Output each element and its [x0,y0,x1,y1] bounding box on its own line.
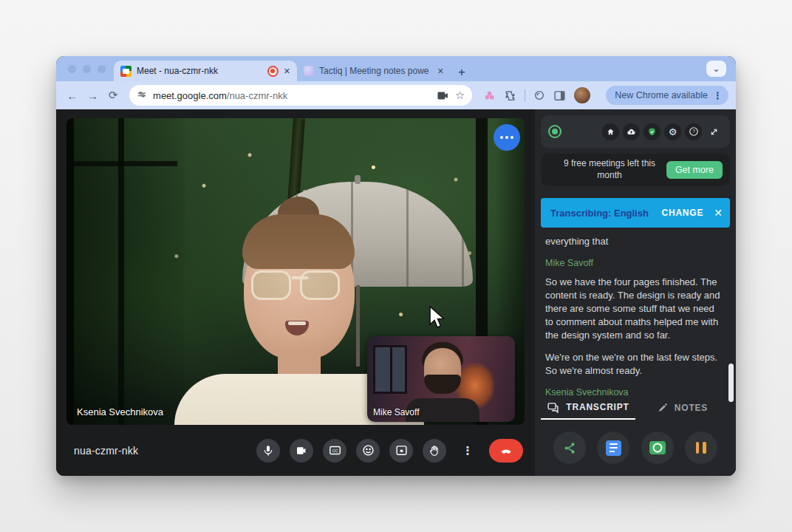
transcript-list[interactable]: everything that Mike Savoff So we have t… [541,228,730,396]
toolbar-divider [525,89,525,101]
window-traffic-lights[interactable] [68,65,106,73]
pencil-icon [658,403,668,413]
settings-gear-icon[interactable]: ⚙ [664,123,681,140]
address-bar[interactable]: meet.google.com/nua-czmr-nkk ☆ [129,85,472,106]
panel-tabs: TRANSCRIPT NOTES [541,396,730,420]
door-frame [66,161,177,166]
side-panel-icon[interactable] [553,89,566,102]
change-language-button[interactable]: CHANGE [661,208,703,218]
bookmark-star-icon[interactable]: ☆ [455,89,465,102]
tactiq-extension-icon[interactable] [483,89,496,102]
more-options-button[interactable]: ⋮ [456,439,479,463]
browser-menu-icon[interactable]: ⋮ [713,90,723,101]
pause-icon [696,442,706,454]
meet-favicon-icon [120,66,132,77]
tactiq-header: ⚙ ? [541,115,730,148]
tab-transcript[interactable]: TRANSCRIPT [541,396,635,420]
share-icon [563,441,577,455]
transcribing-label: Transcribing: English [550,208,649,219]
camera-icon [649,441,666,454]
screenshot-button[interactable] [641,432,674,464]
panel-actions [535,420,736,476]
chat-notification-badge[interactable] [494,124,520,151]
detach-panel-icon[interactable] [706,123,723,140]
meeting-code: nua-czmr-nkk [74,445,138,457]
browser-toolbar: ← → ⟳ meet.google.com/nua-czmr-nkk ☆ New… [56,81,736,109]
home-icon[interactable] [602,123,619,140]
tactiq-panel: ⚙ ? 9 free meetings left this month Get … [535,109,736,476]
participant-name-label: Ksenia Svechnikova [77,406,163,417]
present-screen-button[interactable] [389,439,413,463]
tab-transcript-label: TRANSCRIPT [566,402,629,412]
reload-button[interactable]: ⟳ [104,89,122,102]
close-tab-icon[interactable]: ✕ [284,66,290,76]
reactions-button[interactable] [356,439,380,463]
google-docs-icon [606,440,621,456]
close-banner-icon[interactable]: ✕ [714,207,723,219]
tab-tactiq[interactable]: Tactiq | Meeting notes powe ✕ [297,61,451,81]
svg-text:CC: CC [332,449,338,453]
help-icon[interactable]: ? [685,123,702,140]
transcript-speaker: Ksenia Svechnikova [545,386,723,396]
end-call-button[interactable] [489,439,523,463]
mouse-cursor [427,305,446,330]
tab-title: Tactiq | Meeting notes powe [319,66,432,76]
camera-button[interactable] [290,439,313,463]
get-more-button[interactable]: Get more [666,161,723,179]
window [373,345,407,394]
quota-card: 9 free meetings left this month Get more [541,154,730,186]
tab-strip: Meet - nua-czmr-nkk ✕ Tactiq | Meeting n… [56,56,736,81]
tab-search-chevron-icon[interactable]: ⌄ [706,61,726,77]
browser-window: Meet - nua-czmr-nkk ✕ Tactiq | Meeting n… [56,56,736,476]
main-video-tile[interactable]: Ksenia Svechnikova Mike Savoff [66,118,525,425]
scrollbar-thumb[interactable] [728,364,734,402]
pause-transcription-button[interactable] [685,432,717,464]
forward-button[interactable]: → [84,89,102,102]
back-button[interactable]: ← [64,89,81,102]
chrome-update-chip[interactable]: New Chrome available ⋮ [606,86,728,105]
tactiq-favicon-icon [304,66,314,76]
extensions-row: New Chrome available ⋮ [483,86,728,105]
site-settings-icon[interactable] [137,90,147,100]
quota-text: 9 free meetings left this month [559,158,660,181]
tactiq-recording-icon [548,125,561,138]
tab-notes-label: NOTES [675,403,708,413]
transcript-speaker: Mike Savoff [545,257,723,270]
captions-button[interactable]: CC [323,439,346,463]
chrome-update-label: New Chrome available [615,90,708,100]
tab-meet[interactable]: Meet - nua-czmr-nkk ✕ [114,61,297,81]
transcript-line: So we have the four pages finished. The … [545,276,723,342]
participant-name-label: Mike Savoff [373,407,419,417]
camera-in-use-icon[interactable] [437,90,449,101]
cloud-upload-icon[interactable] [623,123,640,140]
side-search-icon[interactable] [533,89,545,101]
recording-indicator-icon [267,66,279,77]
microphone-button[interactable] [256,439,280,463]
raise-hand-button[interactable] [423,439,446,463]
transcript-line: everything that [545,235,723,248]
tab-title: Meet - nua-czmr-nkk [137,66,262,76]
svg-text:?: ? [692,129,695,134]
chat-bubbles-icon [547,401,559,414]
url-text: meet.google.com/nua-czmr-nkk [153,90,287,101]
profile-avatar[interactable] [574,87,590,103]
export-to-docs-button[interactable] [597,432,629,464]
meet-area: Ksenia Svechnikova Mike Savoff nua-czmr-… [56,109,535,476]
privacy-shield-icon[interactable] [644,123,660,140]
pip-video-tile[interactable]: Mike Savoff [367,336,515,422]
share-button[interactable] [553,432,586,464]
tab-notes[interactable]: NOTES [635,396,730,420]
extensions-puzzle-icon[interactable] [504,89,516,102]
meet-control-bar: nua-czmr-nkk CC [56,425,535,476]
close-tab-icon[interactable]: ✕ [437,66,444,76]
transcribing-banner: Transcribing: English CHANGE ✕ [541,198,730,228]
new-tab-button[interactable]: + [458,66,465,78]
transcript-line: We're on the we're on the last few steps… [545,351,723,378]
